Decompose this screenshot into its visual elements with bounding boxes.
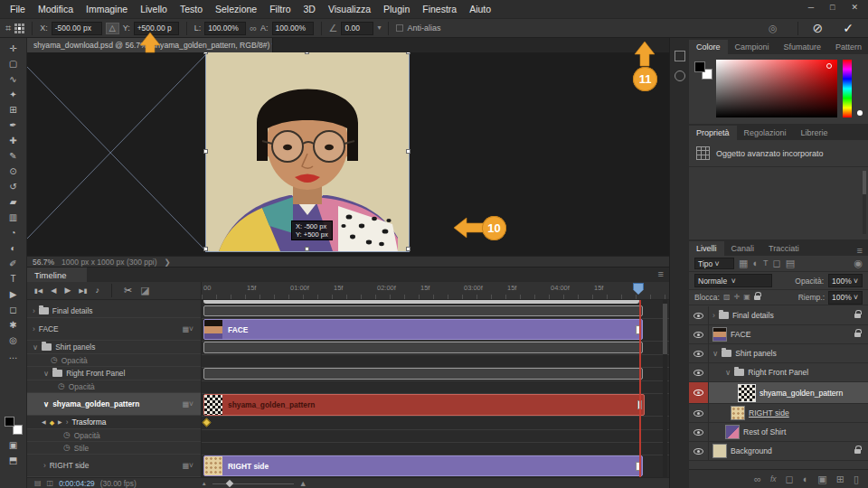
split-clip-icon[interactable]: ✂ bbox=[124, 286, 132, 296]
hand-tool[interactable]: ✱ bbox=[4, 320, 24, 330]
layer-row-shyama-golden-pattern[interactable]: shyama_golden_pattern bbox=[689, 382, 868, 404]
timeline-lane[interactable]: FACE shyama_golden_pattern RIGHT side bbox=[201, 300, 670, 477]
tab-sfumature[interactable]: Sfumature bbox=[777, 40, 829, 54]
visibility-toggle[interactable] bbox=[689, 325, 709, 343]
menu-aiuto[interactable]: Aiuto bbox=[463, 1, 497, 17]
menu-finestra[interactable]: Finestra bbox=[416, 1, 463, 17]
new-group-icon[interactable]: ▣ bbox=[817, 474, 826, 484]
eraser-tool[interactable]: ▰ bbox=[4, 197, 24, 207]
blend-mode-select[interactable]: Normale ˅ bbox=[694, 274, 772, 287]
opacity-select[interactable]: 100% ˅ bbox=[828, 274, 863, 287]
properties-scrollbar[interactable] bbox=[863, 171, 866, 234]
layer-style-fx-icon[interactable]: fx bbox=[770, 475, 777, 483]
track-opacity-2[interactable]: ◷ Opacità bbox=[27, 380, 201, 393]
tab-librerie[interactable]: Librerie bbox=[794, 126, 835, 140]
clip-right-side[interactable]: RIGHT side bbox=[203, 455, 643, 476]
keyframe-diamond-icon[interactable]: ◆ bbox=[50, 419, 54, 426]
filter-toggle-icon[interactable]: ◉ bbox=[854, 258, 863, 268]
transform-handle[interactable] bbox=[406, 52, 410, 54]
type-tool[interactable]: T bbox=[4, 274, 24, 284]
angle-stepper-icon[interactable]: ▾ bbox=[377, 24, 381, 32]
next-keyframe-icon[interactable]: ▶ bbox=[58, 419, 62, 425]
transform-handle[interactable] bbox=[203, 149, 208, 154]
link-layers-icon[interactable]: ∞ bbox=[754, 474, 761, 484]
track-right-front-panel[interactable]: ∨ Right Front Panel bbox=[27, 367, 201, 380]
foreground-background-swatches[interactable] bbox=[5, 417, 23, 435]
menu-selezione[interactable]: Selezione bbox=[209, 1, 263, 17]
filter-shape-icon[interactable]: ◻ bbox=[773, 258, 781, 268]
playhead-line[interactable] bbox=[639, 300, 641, 477]
layer-row-shirt-panels[interactable]: ∨ Shirt panels bbox=[689, 344, 868, 363]
minimize-button[interactable]: ─ bbox=[800, 0, 822, 14]
canvas-area[interactable]: X: -500 px Y: +500 px bbox=[27, 52, 669, 256]
relative-position-delta-icon[interactable]: △ bbox=[106, 23, 119, 34]
filter-adjustment-icon[interactable]: ◐ bbox=[752, 258, 759, 268]
layer-row-face[interactable]: FACE bbox=[689, 325, 868, 344]
previous-keyframe-icon[interactable]: ◀ bbox=[42, 419, 46, 425]
visibility-toggle[interactable] bbox=[689, 344, 709, 362]
delete-layer-icon[interactable]: ▯ bbox=[854, 474, 859, 484]
clip-shyama-golden-pattern[interactable]: shyama_golden_pattern bbox=[203, 394, 645, 416]
lock-all-icon[interactable] bbox=[754, 296, 760, 300]
height-input[interactable]: 100.00% bbox=[272, 22, 314, 35]
screen-mode-icon[interactable]: ⬒ bbox=[4, 455, 24, 465]
tab-tracciati[interactable]: Tracciati bbox=[761, 241, 807, 256]
stopwatch-icon[interactable]: ◷ bbox=[63, 431, 71, 439]
visibility-toggle[interactable] bbox=[689, 363, 709, 381]
tab-regolazioni[interactable]: Regolazioni bbox=[737, 126, 794, 140]
filter-smartobject-icon[interactable]: ▤ bbox=[786, 258, 795, 268]
menu-testo[interactable]: Testo bbox=[174, 1, 209, 17]
clip-face[interactable]: FACE bbox=[203, 319, 643, 340]
keyframe-marker[interactable] bbox=[203, 418, 212, 427]
stopwatch-icon[interactable]: ◷ bbox=[58, 382, 65, 390]
next-frame-button[interactable]: ▶▮ bbox=[79, 287, 87, 294]
zoom-tool[interactable]: ◎ bbox=[4, 335, 24, 345]
track-shyama-golden-pattern[interactable]: ∨ shyama_golden_pattern ▦˅ bbox=[27, 393, 201, 416]
timeline-menu-icon[interactable]: ≡ bbox=[658, 269, 664, 279]
group-bar-final-details[interactable] bbox=[203, 305, 643, 316]
marquee-tool[interactable]: ▢ bbox=[4, 59, 24, 69]
audio-mute-icon[interactable]: ♪ bbox=[96, 286, 100, 295]
menu-modifica[interactable]: Modifica bbox=[32, 1, 80, 17]
width-input[interactable]: 100.00% bbox=[204, 22, 246, 35]
angle-input[interactable]: 0.00 bbox=[341, 22, 373, 35]
gradient-tool[interactable]: ▥ bbox=[4, 212, 24, 222]
transform-handle[interactable] bbox=[406, 149, 410, 154]
eyedropper-tool[interactable]: ✒ bbox=[4, 120, 24, 130]
visibility-toggle[interactable] bbox=[689, 423, 709, 441]
layer-row-right-front-panel[interactable]: ∨ Right Front Panel bbox=[689, 363, 868, 382]
timeline-convert-icon[interactable]: ▤ bbox=[34, 480, 42, 487]
lock-transparent-icon[interactable]: ▨ bbox=[723, 294, 731, 301]
timeline-render-icon[interactable]: ◫ bbox=[47, 480, 54, 487]
menu-file[interactable]: File bbox=[4, 1, 32, 17]
tab-colore[interactable]: Colore bbox=[689, 40, 728, 54]
zoom-in-icon[interactable]: ▲ bbox=[299, 480, 307, 488]
transform-handle[interactable] bbox=[203, 52, 208, 54]
layer-row-background[interactable]: Background bbox=[689, 442, 868, 461]
document-tab[interactable]: shyama_download.psd @ 56.7% (shyama_gold… bbox=[27, 38, 273, 52]
clone-stamp-tool[interactable]: ⊙ bbox=[4, 166, 24, 176]
collapsed-panel-icon[interactable] bbox=[675, 51, 685, 61]
blur-tool[interactable]: ◔ bbox=[4, 228, 24, 238]
go-to-first-frame-button[interactable]: ▮◀ bbox=[34, 287, 42, 294]
menu-3d[interactable]: 3D bbox=[297, 1, 322, 17]
stopwatch-icon[interactable]: ◷ bbox=[51, 356, 58, 364]
healing-brush-tool[interactable]: ✚ bbox=[4, 136, 24, 145]
lasso-tool[interactable]: ∿ bbox=[4, 74, 24, 84]
y-input[interactable]: +500.00 p bbox=[134, 22, 179, 35]
layer-row-right-side[interactable]: RIGHT side bbox=[689, 404, 868, 423]
track-transform-keyframes[interactable]: ◀ ◆ ▶ › Trasforma bbox=[27, 416, 201, 429]
color-picker-dot[interactable] bbox=[857, 110, 863, 116]
zoom-level[interactable]: 56.7% bbox=[33, 258, 54, 267]
visibility-toggle[interactable] bbox=[689, 306, 709, 324]
visibility-toggle[interactable] bbox=[689, 404, 709, 422]
saturation-picker[interactable] bbox=[716, 60, 837, 117]
layer-filter-select[interactable]: Tipo ˅ bbox=[694, 258, 734, 269]
track-final-details[interactable]: › Final details bbox=[27, 305, 201, 318]
layer-row-final-details[interactable]: › Final details bbox=[689, 306, 868, 325]
previous-frame-button[interactable]: ◀ bbox=[51, 287, 56, 295]
new-layer-icon[interactable]: ⊞ bbox=[836, 474, 844, 484]
layers-menu-icon[interactable]: ≡ bbox=[857, 246, 863, 256]
layer-row-rest-of-shirt[interactable]: Rest of Shirt bbox=[689, 423, 868, 442]
timeline-tab[interactable]: Timeline bbox=[27, 267, 87, 282]
